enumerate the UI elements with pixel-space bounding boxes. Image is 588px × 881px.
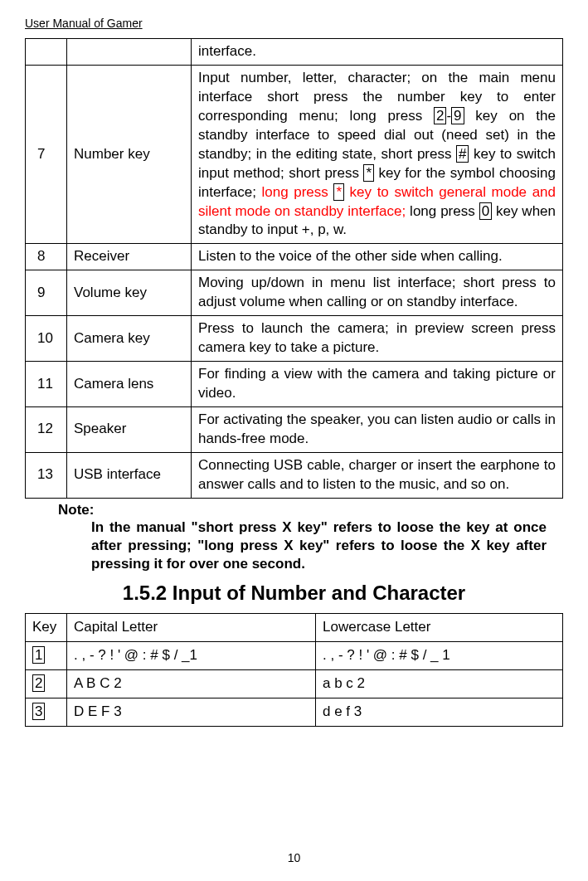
table-row: 11 Camera lens For finding a view with t… bbox=[26, 362, 563, 407]
cell-capital: D E F 3 bbox=[67, 698, 316, 726]
cell-desc: interface. bbox=[192, 39, 563, 66]
table-row: 1 . , - ? ! ' @ : # $ / _1 . , - ? ! ' @… bbox=[26, 641, 563, 669]
document-header: User Manual of Gamer bbox=[25, 17, 563, 32]
cell-num bbox=[26, 39, 67, 66]
boxed-key: 3 bbox=[32, 703, 45, 720]
table-row: interface. bbox=[26, 39, 563, 66]
table-row: 7 Number key Input number, letter, chara… bbox=[26, 65, 563, 243]
input-character-table: Key Capital Letter Lowercase Letter 1 . … bbox=[25, 613, 563, 727]
boxed-key: # bbox=[456, 145, 469, 163]
cell-name: Number key bbox=[67, 65, 192, 243]
cell-lowercase: d e f 3 bbox=[316, 698, 563, 726]
cell-name: Receiver bbox=[67, 244, 192, 270]
key-description-table: interface. 7 Number key Input number, le… bbox=[25, 38, 563, 499]
cell-desc: For finding a view with the camera and t… bbox=[192, 362, 563, 407]
cell-desc: Press to launch the camera; in preview s… bbox=[192, 316, 563, 362]
section-heading: 1.5.2 Input of Number and Character bbox=[25, 582, 563, 605]
cell-name: Camera key bbox=[67, 316, 192, 362]
cell-name: Camera lens bbox=[67, 362, 192, 407]
cell-key: 1 bbox=[26, 641, 67, 669]
cell-key: 3 bbox=[26, 698, 67, 726]
table-row: 10 Camera key Press to launch the camera… bbox=[26, 316, 563, 362]
boxed-key: 0 bbox=[479, 202, 492, 220]
cell-name bbox=[67, 39, 192, 66]
table-row: 2 A B C 2 a b c 2 bbox=[26, 669, 563, 698]
table-row: 3 D E F 3 d e f 3 bbox=[26, 698, 563, 726]
table-row: 9 Volume key Moving up/down in menu list… bbox=[26, 270, 563, 316]
note-text: In the manual "short press X key" refers… bbox=[58, 518, 547, 573]
boxed-key: * bbox=[363, 164, 374, 182]
cell-num: 13 bbox=[26, 452, 67, 498]
cell-num: 10 bbox=[26, 316, 67, 362]
cell-name: Speaker bbox=[67, 406, 192, 452]
table-row: 8 Receiver Listen to the voice of the ot… bbox=[26, 244, 563, 270]
cell-num: 7 bbox=[26, 65, 67, 243]
cell-num: 11 bbox=[26, 362, 67, 407]
header-key: Key bbox=[26, 613, 67, 641]
cell-desc: Input number, letter, character; on the … bbox=[192, 65, 563, 243]
cell-name: Volume key bbox=[67, 270, 192, 316]
boxed-key: 1 bbox=[32, 646, 45, 664]
header-lowercase: Lowercase Letter bbox=[316, 613, 563, 641]
note-section: Note: In the manual "short press X key" … bbox=[25, 502, 563, 573]
cell-num: 8 bbox=[26, 244, 67, 270]
boxed-key: 9 bbox=[451, 107, 464, 124]
cell-desc: Connecting USB cable, charger or insert … bbox=[192, 452, 563, 498]
page-number: 10 bbox=[0, 851, 588, 864]
cell-num: 12 bbox=[26, 406, 67, 452]
cell-num: 9 bbox=[26, 270, 67, 316]
cell-lowercase: a b c 2 bbox=[316, 669, 563, 698]
header-capital: Capital Letter bbox=[67, 613, 316, 641]
cell-capital: . , - ? ! ' @ : # $ / _1 bbox=[67, 641, 316, 669]
note-label: Note: bbox=[58, 502, 547, 518]
cell-desc: Listen to the voice of the other side wh… bbox=[192, 244, 563, 270]
table-header-row: Key Capital Letter Lowercase Letter bbox=[26, 613, 563, 641]
boxed-key: 2 bbox=[434, 107, 446, 124]
red-text: long press bbox=[262, 184, 334, 200]
cell-desc: For activating the speaker, you can list… bbox=[192, 406, 563, 452]
boxed-key-red: * bbox=[333, 183, 344, 201]
table-row: 12 Speaker For activating the speaker, y… bbox=[26, 406, 563, 452]
cell-name: USB interface bbox=[67, 452, 192, 498]
text: long press bbox=[406, 203, 479, 219]
cell-key: 2 bbox=[26, 669, 67, 698]
cell-desc: Moving up/down in menu list interface; s… bbox=[192, 270, 563, 316]
boxed-key: 2 bbox=[32, 674, 45, 692]
table-row: 13 USB interface Connecting USB cable, c… bbox=[26, 452, 563, 498]
cell-capital: A B C 2 bbox=[67, 669, 316, 698]
cell-lowercase: . , - ? ! ' @ : # $ / _ 1 bbox=[316, 641, 563, 669]
